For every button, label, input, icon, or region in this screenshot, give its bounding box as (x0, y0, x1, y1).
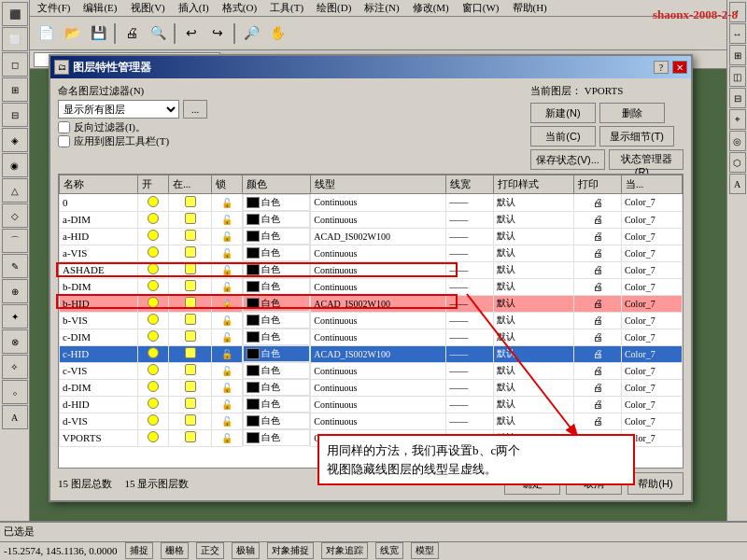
cell-lock[interactable]: 🔓 (212, 429, 243, 446)
cell-lock[interactable]: 🔓 (212, 261, 243, 278)
cell-color[interactable]: 白色 (243, 278, 311, 295)
cell-freeze[interactable] (168, 295, 211, 312)
table-row[interactable]: b-HID 🔓 白色 ACAD_IS002W100 —— 默认 🖨 Color_… (60, 295, 683, 312)
col-header-current[interactable]: 当... (621, 175, 682, 194)
tb-zoom[interactable]: 🔎 (239, 21, 263, 46)
tb-open[interactable]: 📂 (60, 21, 84, 46)
cell-plot[interactable]: 🖨 (574, 228, 622, 245)
cell-lineweight[interactable]: —— (446, 211, 494, 228)
cell-on[interactable] (138, 295, 169, 312)
menu-insert[interactable]: 插入(I) (173, 0, 215, 16)
menu-draw[interactable]: 绘图(D) (311, 0, 357, 16)
tb-btn-9[interactable]: ◇ (2, 203, 28, 228)
dialog-close-button[interactable]: ✕ (672, 61, 687, 74)
cell-on[interactable] (138, 345, 169, 362)
menu-edit[interactable]: 编辑(E) (78, 0, 122, 16)
cell-linetype[interactable]: Continuous (311, 211, 446, 228)
cell-color[interactable]: 白色 (243, 362, 311, 379)
cell-color[interactable]: 白色 (243, 345, 311, 362)
dialog-help-icon[interactable]: ? (654, 61, 669, 74)
table-row[interactable]: a-DIM 🔓 白色 Continuous —— 默认 🖨 Color_7 (60, 211, 683, 228)
menu-window[interactable]: 窗口(W) (457, 0, 505, 16)
tb-save[interactable]: 💾 (86, 21, 110, 46)
current-button[interactable]: 当前(C) (530, 126, 596, 147)
cell-plot[interactable]: 🖨 (574, 413, 622, 429)
cell-lock[interactable]: 🔓 (212, 295, 243, 312)
cell-lineweight[interactable]: —— (446, 362, 494, 379)
cell-lock[interactable]: 🔓 (212, 211, 243, 228)
col-header-plot[interactable]: 打印 (574, 175, 622, 194)
cell-plot[interactable]: 🖨 (574, 194, 622, 212)
cell-on[interactable] (138, 379, 169, 396)
cell-lock[interactable]: 🔓 (212, 396, 243, 413)
cell-lineweight[interactable]: —— (446, 329, 494, 345)
tb-btn-8[interactable]: △ (2, 178, 28, 203)
cell-lineweight[interactable]: —— (446, 295, 494, 312)
cell-color[interactable]: 白色 (243, 329, 311, 345)
cell-freeze[interactable] (168, 228, 211, 245)
cell-plot[interactable]: 🖨 (574, 211, 622, 228)
cell-freeze[interactable] (168, 194, 211, 212)
table-row[interactable]: a-VIS 🔓 白色 Continuous —— 默认 🖨 Color_7 (60, 245, 683, 261)
cell-lock[interactable]: 🔓 (212, 413, 243, 429)
table-row[interactable]: ASHADE 🔓 白色 Continuous —— 默认 🖨 Color_7 (60, 261, 683, 278)
col-header-lineweight[interactable]: 线宽 (446, 175, 494, 194)
filter-browse-button[interactable]: ... (183, 100, 207, 119)
delete-button[interactable]: 删除 (599, 103, 665, 123)
cell-linetype[interactable]: Continuous (311, 194, 446, 212)
cell-lock[interactable]: 🔓 (212, 278, 243, 295)
cell-linetype[interactable]: Continuous (311, 396, 446, 413)
cell-lineweight[interactable]: —— (446, 379, 494, 396)
cell-on[interactable] (138, 312, 169, 329)
new-button[interactable]: 新建(N) (530, 103, 596, 123)
tb-undo[interactable]: ↩ (179, 21, 204, 46)
menu-help[interactable]: 帮助(H) (507, 0, 553, 16)
cell-linetype[interactable]: Continuous (311, 261, 446, 278)
right-btn-6[interactable]: ⌖ (729, 109, 746, 130)
table-row[interactable]: d-DIM 🔓 白色 Continuous —— 默认 🖨 Color_7 (60, 379, 683, 396)
tb-print[interactable]: 🖨 (120, 21, 144, 46)
cell-plot[interactable]: 🖨 (574, 295, 622, 312)
cell-color[interactable]: 白色 (243, 194, 311, 211)
menu-view[interactable]: 视图(V) (125, 0, 171, 16)
cell-lineweight[interactable]: —— (446, 312, 494, 329)
table-row[interactable]: c-HID 🔓 白色 ACAD_IS002W100 —— 默认 🖨 Color_… (60, 345, 683, 362)
tb-redo[interactable]: ↪ (205, 21, 230, 46)
cell-freeze[interactable] (168, 429, 211, 446)
menu-dim[interactable]: 标注(N) (359, 0, 404, 16)
cell-freeze[interactable] (168, 413, 211, 429)
cell-lineweight[interactable]: —— (446, 228, 494, 245)
cell-linetype[interactable]: Continuous (311, 362, 446, 379)
cell-on[interactable] (138, 413, 169, 429)
model-button[interactable]: 模型 (411, 542, 439, 559)
cell-lineweight[interactable]: —— (446, 194, 494, 212)
cell-plot[interactable]: 🖨 (574, 261, 622, 278)
cell-on[interactable] (138, 261, 169, 278)
table-row[interactable]: a-HID 🔓 白色 ACAD_IS002W100 —— 默认 🖨 Color_… (60, 228, 683, 245)
cell-on[interactable] (138, 194, 169, 212)
menu-file[interactable]: 文件(F) (32, 0, 76, 16)
filter-select[interactable]: 显示所有图层 (58, 100, 179, 119)
cell-lineweight[interactable]: —— (446, 261, 494, 278)
col-header-freeze[interactable]: 在... (168, 175, 211, 194)
cell-plot[interactable]: 🖨 (574, 396, 622, 413)
details-button[interactable]: 显示细节(T) (599, 126, 674, 147)
tb-new[interactable]: 📄 (34, 21, 58, 46)
cell-lock[interactable]: 🔓 (212, 228, 243, 245)
table-row[interactable]: 0 🔓 白色 Continuous —— 默认 🖨 Color_7 (60, 194, 683, 212)
table-row[interactable]: b-DIM 🔓 白色 Continuous —— 默认 🖨 Color_7 (60, 278, 683, 295)
cell-color[interactable]: 白色 (243, 413, 311, 429)
cell-color[interactable]: 白色 (243, 396, 311, 413)
cell-on[interactable] (138, 429, 169, 446)
polar-button[interactable]: 极轴 (232, 542, 260, 559)
cell-lock[interactable]: 🔓 (212, 345, 243, 362)
cell-lock[interactable]: 🔓 (212, 329, 243, 345)
grid-button[interactable]: 栅格 (161, 542, 189, 559)
cell-on[interactable] (138, 245, 169, 261)
tb-btn-3[interactable]: ◻ (2, 52, 28, 77)
right-btn-3[interactable]: ⊞ (729, 45, 746, 65)
cell-color[interactable]: 白色 (243, 228, 311, 245)
cell-on[interactable] (138, 228, 169, 245)
cell-plot[interactable]: 🖨 (574, 329, 622, 345)
tb-btn-4[interactable]: ⊞ (2, 77, 28, 102)
